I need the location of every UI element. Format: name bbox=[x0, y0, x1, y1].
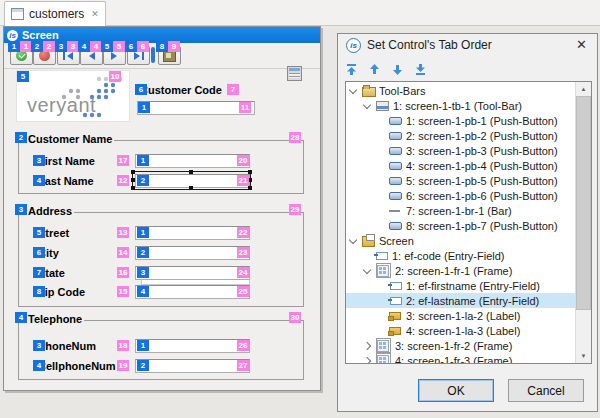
tree-item-15[interactable]: 3: screen-1-la-2 (Label) bbox=[346, 308, 576, 323]
expander-down-icon[interactable] bbox=[349, 235, 357, 243]
tree-item-label: 1: screen-1-tb-1 (Tool-Bar) bbox=[393, 100, 522, 112]
entry-field[interactable] bbox=[135, 285, 250, 299]
tree-item-8[interactable]: 7: screen-1-br-1 (Bar) bbox=[346, 203, 576, 218]
dialog-close-icon[interactable]: ✕ bbox=[576, 37, 587, 52]
entry-field[interactable] bbox=[135, 266, 250, 280]
move-to-bottom-button[interactable] bbox=[413, 62, 427, 76]
toolbar-creation-order-badge: 9 bbox=[168, 41, 180, 52]
toolbar-tab-order-badge: 6 bbox=[125, 41, 137, 52]
tree-item-12[interactable]: 2: screen-1-fr-1 (Frame) bbox=[346, 263, 576, 278]
tree-item-label: 1: ef-code (Entry-Field) bbox=[392, 250, 504, 262]
editor-tab-bar: customers ✕ bbox=[0, 0, 600, 26]
tree-item-11[interactable]: 1: ef-code (Entry-Field) bbox=[346, 248, 576, 263]
expander-placeholder bbox=[378, 117, 383, 122]
tree-item-label: 6: screen-1-pb-6 (Push-Button) bbox=[406, 190, 558, 202]
tree-item-label: 4: screen-1-pb-4 (Push-Button) bbox=[406, 160, 558, 172]
expander-down-icon[interactable] bbox=[349, 85, 357, 93]
tab-customers[interactable]: customers ✕ bbox=[4, 1, 106, 26]
expander-placeholder bbox=[378, 147, 383, 152]
tree-item-label: 4: screen-1-fr-3 (Frame) bbox=[395, 355, 512, 364]
label-tab-order-badge: 8 bbox=[33, 286, 45, 297]
scroll-up-icon[interactable]: ▲ bbox=[576, 82, 591, 96]
grid-icon[interactable] bbox=[287, 66, 302, 81]
tab-order-tree: Tool-Bars1: screen-1-tb-1 (Tool-Bar)1: s… bbox=[346, 83, 576, 363]
label-icon bbox=[389, 309, 402, 322]
cancel-button[interactable]: Cancel bbox=[508, 379, 584, 402]
iscobol-icon: is bbox=[7, 30, 18, 41]
entry-field[interactable] bbox=[135, 339, 250, 353]
label-creation-order-badge: 18 bbox=[117, 340, 129, 351]
tree-item-13[interactable]: 1: ef-firstname (Entry-Field) bbox=[346, 278, 576, 293]
tree-item-9[interactable]: 8: screen-1-pb-7 (Push-Button) bbox=[346, 218, 576, 233]
field-creation-order-badge: 21 bbox=[237, 175, 249, 186]
tree-item-label: 4: screen-1-la-3 (Label) bbox=[406, 325, 520, 337]
entry-field-icon bbox=[375, 249, 388, 262]
tree-item-5[interactable]: 4: screen-1-pb-4 (Push-Button) bbox=[346, 158, 576, 173]
logo-creation-order-badge: 10 bbox=[109, 71, 121, 82]
tree-item-10[interactable]: Screen bbox=[346, 233, 576, 248]
frame-creation-order-badge: 29 bbox=[289, 204, 301, 215]
tree-item-16[interactable]: 4: screen-1-la-3 (Label) bbox=[346, 323, 576, 338]
tab-close-icon[interactable]: ✕ bbox=[91, 9, 99, 19]
expander-down-icon[interactable] bbox=[363, 100, 371, 108]
tree-item-18[interactable]: 4: screen-1-fr-3 (Frame) bbox=[346, 353, 576, 363]
selection-handle[interactable] bbox=[131, 170, 135, 174]
label-creation-order-badge: 14 bbox=[117, 247, 129, 258]
selection-handle[interactable] bbox=[189, 170, 193, 174]
tree-item-0[interactable]: Tool-Bars bbox=[346, 83, 576, 98]
scroll-down-icon[interactable]: ▼ bbox=[576, 349, 591, 363]
customer-code-field[interactable] bbox=[137, 101, 255, 115]
frame-creation-order-badge: 30 bbox=[289, 312, 301, 323]
tree-item-1[interactable]: 1: screen-1-tb-1 (Tool-Bar) bbox=[346, 98, 576, 113]
selection-box bbox=[132, 171, 251, 190]
selection-handle[interactable] bbox=[189, 186, 193, 190]
field-label: Last Name bbox=[38, 175, 94, 187]
label-creation-order-badge: 12 bbox=[117, 175, 129, 186]
toolbar-bar-separator bbox=[151, 47, 155, 63]
ok-button[interactable]: OK bbox=[418, 379, 494, 402]
field-tab-order-badge: 2 bbox=[137, 175, 149, 186]
tree-item-4[interactable]: 3: screen-1-pb-3 (Push-Button) bbox=[346, 143, 576, 158]
push-button-icon bbox=[389, 144, 402, 157]
expander-placeholder bbox=[378, 312, 383, 317]
tree-item-selected[interactable]: 2: ef-lastname (Entry-Field) bbox=[346, 293, 576, 308]
field-creation-order-badge: 23 bbox=[237, 247, 249, 258]
entry-field[interactable] bbox=[135, 359, 250, 373]
selection-handle[interactable] bbox=[248, 186, 252, 190]
toolbar-icon bbox=[376, 99, 389, 112]
toolbar-tab-order-badge: 4 bbox=[78, 41, 90, 52]
push-button-icon bbox=[389, 174, 402, 187]
tree-item-label: 7: screen-1-br-1 (Bar) bbox=[406, 205, 512, 217]
tree-item-7[interactable]: 6: screen-1-pb-6 (Push-Button) bbox=[346, 188, 576, 203]
move-up-button[interactable] bbox=[367, 62, 381, 76]
selection-handle[interactable] bbox=[131, 178, 135, 182]
entry-field[interactable] bbox=[135, 226, 250, 240]
field-label: CellphoneNum bbox=[38, 360, 116, 372]
selection-handle[interactable] bbox=[131, 186, 135, 190]
expander-down-icon[interactable] bbox=[363, 265, 371, 273]
scroll-thumb[interactable] bbox=[576, 96, 591, 310]
code-field-tab-order-badge: 1 bbox=[138, 102, 150, 113]
expander-placeholder bbox=[378, 282, 383, 287]
tree-item-3[interactable]: 2: screen-1-pb-2 (Push-Button) bbox=[346, 128, 576, 143]
entry-field[interactable] bbox=[135, 154, 250, 168]
expander-right-icon[interactable] bbox=[363, 341, 371, 349]
entry-field[interactable] bbox=[135, 246, 250, 260]
tree-item-17[interactable]: 3: screen-1-fr-2 (Frame) bbox=[346, 338, 576, 353]
frame-icon bbox=[376, 338, 391, 353]
tree-scrollbar[interactable]: ▲ ▼ bbox=[575, 82, 591, 363]
dialog-title: Set Control's Tab Order bbox=[367, 38, 492, 52]
tree-item-label: 2: ef-lastname (Entry-Field) bbox=[406, 295, 539, 307]
expander-right-icon[interactable] bbox=[363, 356, 371, 363]
tree-item-label: 3: screen-1-fr-2 (Frame) bbox=[395, 340, 512, 352]
tree-item-6[interactable]: 5: screen-1-pb-5 (Push-Button) bbox=[346, 173, 576, 188]
selection-handle[interactable] bbox=[248, 170, 252, 174]
toolbar-creation-order-badge: 6 bbox=[137, 41, 149, 52]
move-down-button[interactable] bbox=[390, 62, 404, 76]
expander-placeholder bbox=[378, 162, 383, 167]
tree-item-2[interactable]: 1: screen-1-pb-1 (Push-Button) bbox=[346, 113, 576, 128]
expander-placeholder bbox=[378, 297, 383, 302]
move-to-top-button[interactable] bbox=[344, 62, 358, 76]
veryant-logo-text: veryant bbox=[27, 94, 96, 117]
code-label-tab-order-badge: 6 bbox=[135, 84, 147, 95]
